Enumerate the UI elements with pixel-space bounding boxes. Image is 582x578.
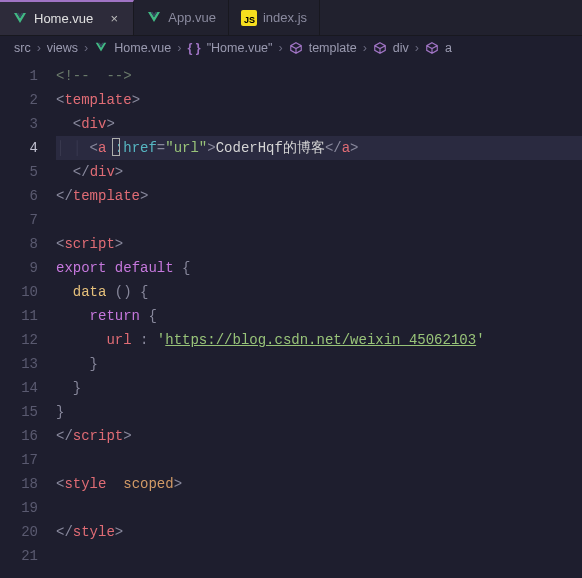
cube-icon	[373, 41, 387, 55]
code-line: }	[56, 352, 582, 376]
code-line	[56, 208, 582, 232]
breadcrumb[interactable]: src › views › Home.vue › { } "Home.vue" …	[0, 36, 582, 60]
code-line: return {	[56, 304, 582, 328]
line-number: 9	[0, 256, 38, 280]
code-line: url : 'https://blog.csdn.net/weixin_4506…	[56, 328, 582, 352]
breadcrumb-item[interactable]: src	[14, 41, 31, 55]
tab-label: Home.vue	[34, 11, 93, 26]
code-line: <style scoped>	[56, 472, 582, 496]
cube-icon	[289, 41, 303, 55]
line-number-gutter: 123456789101112131415161718192021	[0, 60, 56, 578]
chevron-right-icon: ›	[415, 41, 419, 55]
code-line: </style>	[56, 520, 582, 544]
code-line: </script>	[56, 424, 582, 448]
line-number: 16	[0, 424, 38, 448]
code-line: </template>	[56, 184, 582, 208]
code-line	[56, 544, 582, 568]
tab-label: index.js	[263, 10, 307, 25]
vue-icon	[94, 41, 108, 55]
breadcrumb-item[interactable]: a	[445, 41, 452, 55]
line-number: 12	[0, 328, 38, 352]
chevron-right-icon: ›	[279, 41, 283, 55]
close-icon[interactable]: ×	[107, 11, 121, 26]
code-line: data () {	[56, 280, 582, 304]
breadcrumb-item[interactable]: div	[393, 41, 409, 55]
code-line: }	[56, 376, 582, 400]
code-line: <!-- -->	[56, 64, 582, 88]
line-number: 18	[0, 472, 38, 496]
breadcrumb-item[interactable]: Home.vue	[114, 41, 171, 55]
tab-app-vue[interactable]: App.vue	[134, 0, 229, 35]
chevron-right-icon: ›	[363, 41, 367, 55]
line-number: 4	[0, 136, 38, 160]
code-line: <div>	[56, 112, 582, 136]
chevron-right-icon: ›	[37, 41, 41, 55]
chevron-right-icon: ›	[84, 41, 88, 55]
line-number: 7	[0, 208, 38, 232]
line-number: 5	[0, 160, 38, 184]
line-number: 14	[0, 376, 38, 400]
tab-bar: Home.vue × App.vue JS index.js	[0, 0, 582, 36]
code-line: <script>	[56, 232, 582, 256]
line-number: 13	[0, 352, 38, 376]
tab-home-vue[interactable]: Home.vue ×	[0, 0, 134, 35]
line-number: 1	[0, 64, 38, 88]
breadcrumb-item[interactable]: "Home.vue"	[207, 41, 273, 55]
vue-icon	[12, 11, 28, 27]
tab-label: App.vue	[168, 10, 216, 25]
cube-icon	[425, 41, 439, 55]
line-number: 2	[0, 88, 38, 112]
code-line	[56, 496, 582, 520]
line-number: 11	[0, 304, 38, 328]
code-line: }	[56, 400, 582, 424]
text-cursor	[112, 138, 120, 156]
line-number: 21	[0, 544, 38, 568]
breadcrumb-item[interactable]: template	[309, 41, 357, 55]
code-line: </div>	[56, 160, 582, 184]
tab-index-js[interactable]: JS index.js	[229, 0, 320, 35]
line-number: 3	[0, 112, 38, 136]
vue-icon	[146, 10, 162, 26]
code-line	[56, 448, 582, 472]
line-number: 17	[0, 448, 38, 472]
chevron-right-icon: ›	[177, 41, 181, 55]
line-number: 6	[0, 184, 38, 208]
code-line: export default {	[56, 256, 582, 280]
line-number: 10	[0, 280, 38, 304]
code-line: <template>	[56, 88, 582, 112]
line-number: 20	[0, 520, 38, 544]
braces-icon: { }	[187, 41, 200, 55]
js-icon: JS	[241, 10, 257, 26]
line-number: 19	[0, 496, 38, 520]
code-area[interactable]: <!-- --> <template> <div> │ │ <a :href="…	[56, 60, 582, 578]
code-line-active: │ │ <a :href="url">CoderHqf的博客</a>	[56, 136, 582, 160]
code-editor[interactable]: 123456789101112131415161718192021 <!-- -…	[0, 60, 582, 578]
line-number: 15	[0, 400, 38, 424]
breadcrumb-item[interactable]: views	[47, 41, 78, 55]
line-number: 8	[0, 232, 38, 256]
